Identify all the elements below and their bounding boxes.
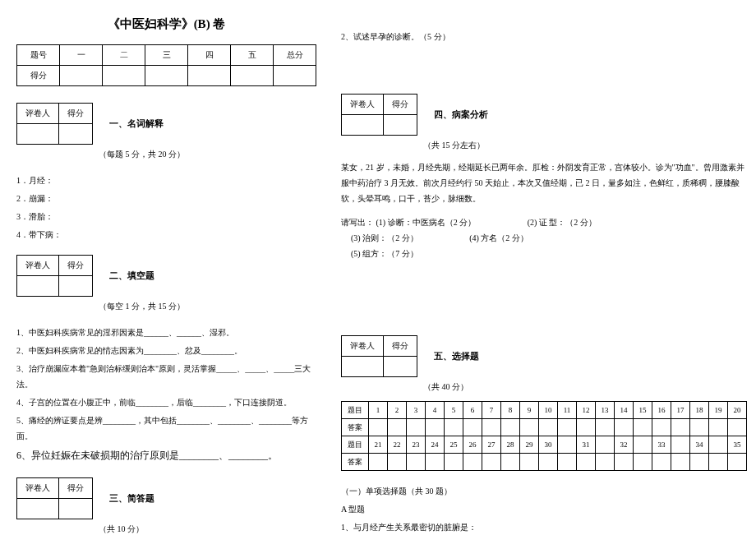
q1-3: 3．滑胎：	[16, 209, 316, 224]
answer-cell[interactable]	[539, 454, 558, 471]
score-cell[interactable]	[60, 66, 103, 86]
case-part-2: (2) 证 型：（2 分）	[528, 214, 597, 230]
case-part-4: (4) 方名（2 分）	[469, 230, 528, 246]
answer-cell[interactable]	[596, 419, 615, 436]
q2-4: 4、子宫的位置在小腹正中，前临________，后临________，下口连接阴…	[16, 394, 316, 410]
answer-cell[interactable]	[615, 454, 634, 471]
q3-2: 2、试述早孕的诊断。（5 分）	[341, 29, 747, 44]
answer-cell[interactable]	[463, 419, 482, 436]
answer-num: 21	[369, 436, 388, 454]
grader-cell[interactable]	[17, 124, 59, 145]
q1-2: 2．崩漏：	[16, 191, 316, 206]
section-4-subtitle: （共 15 分左右）	[423, 140, 747, 151]
answer-cell[interactable]	[558, 419, 577, 436]
answer-cell[interactable]	[596, 454, 615, 471]
grader-score-label: 得分	[59, 256, 93, 276]
answer-cell[interactable]	[634, 454, 652, 471]
q1-4: 4．带下病：	[16, 227, 316, 242]
grader-score-label: 得分	[384, 95, 417, 115]
answer-num: 10	[539, 402, 558, 419]
grader-cell[interactable]	[342, 357, 384, 377]
q2-5: 5、痛经的辨证要点是辨________，其中包括________、_______…	[16, 413, 316, 444]
answer-num: 25	[445, 436, 463, 454]
answer-cell[interactable]	[652, 454, 671, 471]
right-column: 2、试述早孕的诊断。（5 分） 评卷人 得分 四、病案分析	[341, 16, 747, 535]
answer-cell[interactable]	[709, 454, 728, 471]
answer-row-nums1: 题目 1 2 3 4 5 6 7 8 9 10 11 12 13 14 15 1	[342, 402, 747, 419]
answer-cell[interactable]	[558, 454, 577, 471]
exam-title: 《中医妇科学》(B) 卷	[16, 16, 316, 32]
score-label: 得分	[17, 66, 60, 86]
grader-label: 评卷人	[342, 95, 384, 115]
answer-cell[interactable]	[671, 419, 690, 436]
answer-num: 28	[501, 436, 520, 454]
section-5-title: 五、选择题	[434, 350, 479, 362]
score-cell[interactable]	[103, 66, 145, 86]
answer-num: 17	[671, 402, 690, 419]
answer-cell[interactable]	[728, 454, 747, 471]
answer-cell[interactable]	[369, 454, 388, 471]
answer-cell[interactable]	[652, 419, 671, 436]
answer-cell[interactable]	[577, 419, 596, 436]
answer-num: 35	[728, 436, 747, 454]
answer-num: 26	[463, 436, 482, 454]
answer-cell[interactable]	[690, 419, 709, 436]
answer-cell[interactable]	[388, 419, 407, 436]
answer-num	[558, 436, 577, 454]
score-cell[interactable]	[145, 66, 188, 86]
grader-table: 评卷人 得分	[341, 94, 417, 136]
answer-row-ans1: 答案	[342, 419, 747, 436]
answer-cell[interactable]	[407, 454, 426, 471]
answer-num: 7	[482, 402, 501, 419]
answer-cell[interactable]	[671, 454, 690, 471]
section-4-title: 四、病案分析	[434, 108, 488, 121]
score-header: 二	[103, 45, 145, 66]
grader-cell[interactable]	[59, 276, 93, 297]
answer-cell[interactable]	[577, 454, 596, 471]
grader-cell[interactable]	[384, 115, 417, 136]
score-cell[interactable]	[188, 66, 231, 86]
answer-cell[interactable]	[690, 454, 709, 471]
answer-cell[interactable]	[615, 419, 634, 436]
score-header: 四	[188, 45, 231, 66]
case-part-1: (1) 诊断：中医病名（2 分）	[376, 214, 477, 230]
score-cell[interactable]	[231, 66, 274, 86]
answer-row-label: 答案	[342, 454, 369, 471]
score-cell[interactable]	[274, 66, 316, 86]
s5-sub2: A 型题	[341, 501, 747, 517]
answer-cell[interactable]	[426, 419, 445, 436]
answer-cell[interactable]	[709, 419, 728, 436]
answer-cell[interactable]	[634, 419, 652, 436]
answer-cell[interactable]	[539, 419, 558, 436]
grader-label: 评卷人	[17, 256, 59, 276]
answer-cell[interactable]	[445, 419, 463, 436]
section-5: 评卷人 得分 五、选择题 （共 40 分） 题目 1 2	[341, 335, 747, 535]
grader-cell[interactable]	[59, 124, 93, 145]
answer-cell[interactable]	[728, 419, 747, 436]
answer-cell[interactable]	[463, 454, 482, 471]
answer-cell[interactable]	[388, 454, 407, 471]
grader-cell[interactable]	[17, 276, 59, 297]
answer-cell[interactable]	[501, 454, 520, 471]
answer-num: 16	[652, 402, 671, 419]
answer-cell[interactable]	[520, 454, 539, 471]
answer-cell[interactable]	[407, 419, 426, 436]
case-description: 某女，21 岁，未婚，月经先期，经期延长已两年余。肛检：外阴发育正常，宫体较小。…	[341, 159, 747, 206]
grader-cell[interactable]	[59, 498, 93, 519]
grader-cell[interactable]	[17, 498, 59, 519]
q1-1: 1．月经：	[16, 173, 316, 188]
answer-num: 15	[634, 402, 652, 419]
answer-cell[interactable]	[369, 419, 388, 436]
answer-cell[interactable]	[482, 454, 501, 471]
answer-cell[interactable]	[445, 454, 463, 471]
answer-cell[interactable]	[482, 419, 501, 436]
answer-cell[interactable]	[501, 419, 520, 436]
answer-cell[interactable]	[426, 454, 445, 471]
grader-cell[interactable]	[342, 115, 384, 136]
answer-cell[interactable]	[520, 419, 539, 436]
answer-num: 29	[520, 436, 539, 454]
answer-row-ans2: 答案	[342, 454, 747, 471]
answer-row-nums2: 题目 21 22 23 24 25 26 27 28 29 30 31 32	[342, 436, 747, 454]
grader-cell[interactable]	[384, 357, 417, 377]
answer-num: 30	[539, 436, 558, 454]
